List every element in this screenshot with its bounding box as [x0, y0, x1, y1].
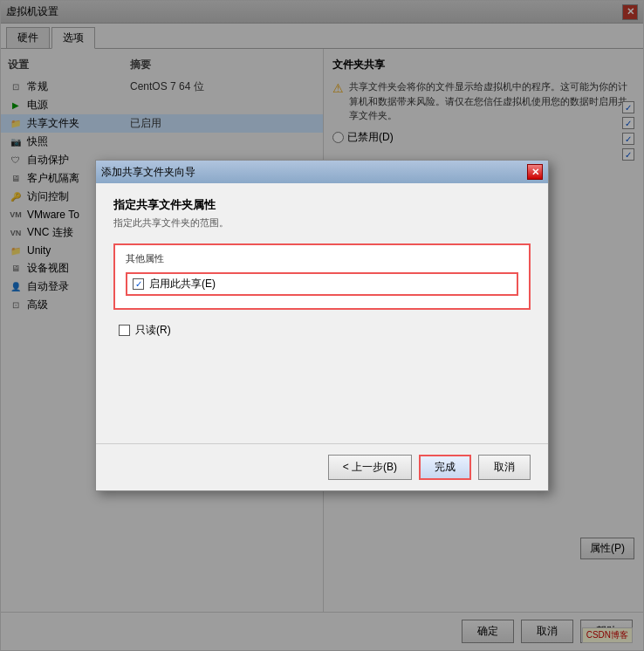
readonly-checkbox[interactable]	[119, 325, 130, 336]
enable-share-label: 启用此共享(E)	[149, 277, 216, 291]
main-window: 虚拟机设置 ✕ 硬件 选项 设置 摘要 ⊡ 常规 CentOS 7 64 位 ▶	[0, 0, 644, 651]
enable-share-checkbox[interactable]: ✓	[133, 278, 144, 290]
modal-title-bar: 添加共享文件夹向导 ✕	[96, 161, 548, 183]
finish-button[interactable]: 完成	[419, 455, 471, 480]
modal-overlay: 添加共享文件夹向导 ✕ 指定共享文件夹属性 指定此共享文件夹的范围。 其他属性 …	[1, 1, 643, 650]
modal-section-title: 其他属性	[126, 252, 518, 265]
enable-share-checkbox-row[interactable]: ✓ 启用此共享(E)	[126, 272, 518, 296]
modal-other-attributes-section: 其他属性 ✓ 启用此共享(E)	[113, 243, 531, 310]
readonly-label: 只读(R)	[135, 323, 171, 338]
modal-close-button[interactable]: ✕	[527, 164, 543, 180]
readonly-checkbox-row[interactable]: 只读(R)	[113, 320, 531, 340]
modal-title: 添加共享文件夹向导	[101, 165, 527, 180]
back-button[interactable]: < 上一步(B)	[328, 455, 412, 480]
modal-footer: < 上一步(B) 完成 取消	[96, 443, 548, 490]
modal-step-title: 指定共享文件夹属性	[113, 197, 531, 213]
modal-cancel-button[interactable]: 取消	[478, 455, 531, 480]
modal-step-subtitle: 指定此共享文件夹的范围。	[113, 216, 531, 230]
modal-body: 指定共享文件夹属性 指定此共享文件夹的范围。 其他属性 ✓ 启用此共享(E) 只…	[96, 183, 548, 443]
modal-dialog: 添加共享文件夹向导 ✕ 指定共享文件夹属性 指定此共享文件夹的范围。 其他属性 …	[95, 160, 549, 491]
